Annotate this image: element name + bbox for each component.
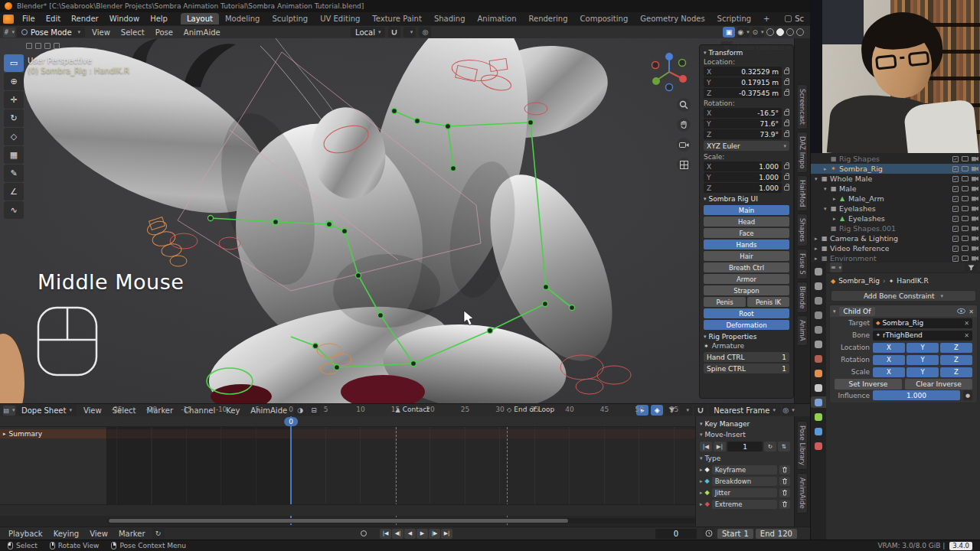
axis-toggle-button[interactable]: X (873, 343, 905, 353)
workspace-tab[interactable]: Animation (472, 13, 523, 24)
bone-field[interactable]: ✦rThighBend✕ (873, 331, 972, 341)
sidebar-tab[interactable]: AnimAide (798, 473, 808, 514)
properties-tab[interactable] (811, 338, 826, 350)
rig-property-slider[interactable]: Spine CTRL1 (704, 364, 789, 373)
clear-icon[interactable]: ✕ (964, 320, 969, 327)
checkbox-icon[interactable]: ✓ (952, 196, 959, 202)
ghost-frames-icon[interactable]: ◑ (294, 405, 306, 416)
current-frame-field[interactable]: 0 (655, 529, 697, 539)
workspace-tab[interactable]: Geometry Nodes (634, 13, 710, 24)
dope-sheet-mode-dropdown[interactable]: Dope Sheet (17, 405, 77, 416)
eye-icon[interactable] (957, 308, 965, 314)
delete-key-type-button[interactable] (779, 488, 790, 497)
keyframe-grid[interactable] (107, 427, 695, 515)
workspace-tab[interactable]: Layout (181, 13, 219, 24)
outliner-item[interactable]: ▸ ▦ Camera & Lighting ✓ (811, 233, 980, 243)
axis-toggle-button[interactable]: Z (940, 367, 972, 377)
key-type-button[interactable]: Breakdown (712, 477, 777, 486)
target-field[interactable]: ◆Sombra_Rig✕ (873, 318, 972, 328)
disclosure-arrow-icon[interactable]: ▾ (815, 176, 822, 182)
rig-layer-button[interactable]: Breath Ctrl (704, 262, 789, 272)
viewport-tool-button[interactable]: ◇ (4, 128, 24, 145)
hide-viewport-icon[interactable] (962, 206, 969, 211)
viewport-tool-button[interactable]: ▦ (4, 146, 24, 164)
lock-icon[interactable] (784, 175, 789, 180)
viewport-tool-button[interactable]: ▭ (4, 54, 24, 72)
menu-item[interactable]: Keying (48, 529, 85, 539)
properties-tab[interactable] (811, 382, 826, 393)
outliner-item[interactable]: ▦ Rig Shapes.001 ✓ (811, 223, 980, 233)
rotation-field[interactable]: Y71.6° (704, 119, 782, 129)
lock-icon[interactable] (784, 186, 789, 191)
location-field[interactable]: Z-0.37545 m (704, 88, 782, 98)
move-insert-button[interactable]: |◀ (700, 442, 712, 452)
checkbox-icon[interactable]: ✓ (952, 216, 959, 222)
properties-tab[interactable] (811, 324, 826, 335)
menu-item[interactable]: View (84, 529, 113, 539)
properties-tab[interactable] (811, 425, 826, 437)
key-type-button[interactable]: Jitter (712, 488, 777, 497)
lock-icon[interactable] (784, 165, 789, 169)
key-type-button[interactable]: Keyframe (712, 465, 777, 474)
workspace-tab[interactable]: Texture Paint (366, 13, 428, 24)
marker-region[interactable] (0, 504, 695, 516)
lock-icon[interactable] (784, 111, 789, 116)
properties-tab[interactable] (811, 309, 826, 321)
properties-tab[interactable] (811, 295, 826, 306)
menu-item[interactable]: AnimAide (178, 28, 226, 37)
normalize-icon[interactable]: ⊟ (308, 405, 320, 416)
move-insert-amount-field[interactable]: 1 (727, 442, 763, 452)
viewport-tool-button[interactable]: ✎ (4, 165, 24, 182)
viewport-tool-button[interactable]: ∠ (4, 183, 24, 201)
axis-toggle-button[interactable]: X (873, 355, 905, 365)
blender-menu-icon[interactable] (3, 15, 14, 24)
menu-item[interactable]: Marker (113, 529, 151, 539)
viewport-tool-button[interactable]: ✛ (4, 91, 24, 109)
outliner-item[interactable]: ▦ Rig Shapes ✓ (811, 154, 980, 164)
outliner-item[interactable]: ▸ ▦ Video Reference ✓ (811, 243, 980, 253)
toggle-icon[interactable] (35, 43, 41, 49)
aux-button[interactable]: ↻ (764, 442, 776, 452)
toggle-icon[interactable] (44, 43, 51, 49)
move-insert-header[interactable]: Move-Insert (700, 430, 790, 439)
workspace-tab[interactable]: Compositing (574, 13, 635, 24)
pan-hand-icon[interactable] (677, 118, 691, 132)
set-inverse-button[interactable]: Set Inverse (835, 379, 902, 390)
sidebar-tab[interactable]: Screencast (798, 84, 808, 129)
hide-viewport-icon[interactable] (962, 196, 969, 201)
editor-type-dropdown[interactable]: # (3, 28, 15, 37)
mode-dropdown[interactable]: Pose Mode (17, 27, 85, 37)
checkbox-icon[interactable]: ✓ (952, 206, 959, 212)
constraint-name-field[interactable]: Child Of (839, 307, 876, 316)
timeline-marker[interactable]: ▲Contact (396, 406, 430, 413)
hide-viewport-icon[interactable] (962, 226, 969, 231)
snap-mode-dropdown[interactable]: Nearest Frame (709, 405, 780, 416)
sidebar-tab[interactable]: Fuse S (798, 249, 808, 279)
lock-icon[interactable] (784, 122, 789, 126)
influence-slider[interactable]: 1.000 (873, 390, 960, 400)
editor-type-dropdown[interactable]: ▤ (3, 406, 15, 416)
rotation-field[interactable]: X-16.5° (704, 108, 782, 118)
rig-layer-button[interactable]: Main (704, 205, 789, 215)
hide-viewport-icon[interactable] (962, 246, 969, 251)
rig-layer-button[interactable]: Deformation (704, 320, 789, 330)
shading-wireframe-icon[interactable] (766, 28, 774, 36)
disclosure-arrow-icon[interactable]: ▸ (815, 236, 822, 242)
menu-item[interactable]: Help (145, 14, 173, 24)
workspace-tab[interactable]: + (757, 13, 776, 24)
summary-channel[interactable]: Summary (0, 429, 106, 439)
outliner-item[interactable]: ▾ ▦ Male ✓ (811, 184, 980, 194)
animate-decorator-icon[interactable]: ● (963, 390, 972, 400)
sidebar-tab[interactable]: Pose Library (798, 421, 808, 470)
axis-toggle-button[interactable]: Z (940, 355, 972, 365)
outliner-item[interactable]: ▸ ▦ Environment ✓ (811, 253, 980, 262)
menu-item[interactable]: Pose (150, 28, 178, 37)
scrollbar-thumb[interactable] (109, 519, 568, 523)
end-frame-field[interactable]: End120 (756, 529, 797, 539)
disable-render-icon[interactable] (972, 217, 978, 221)
transport-button[interactable]: ▶ (416, 529, 428, 539)
location-field[interactable]: X0.32529 m (704, 67, 782, 77)
scale-field[interactable]: Y1.000 (704, 172, 782, 182)
menu-item[interactable]: Playback (3, 529, 48, 539)
sync-icon[interactable]: ↻ (152, 528, 165, 539)
